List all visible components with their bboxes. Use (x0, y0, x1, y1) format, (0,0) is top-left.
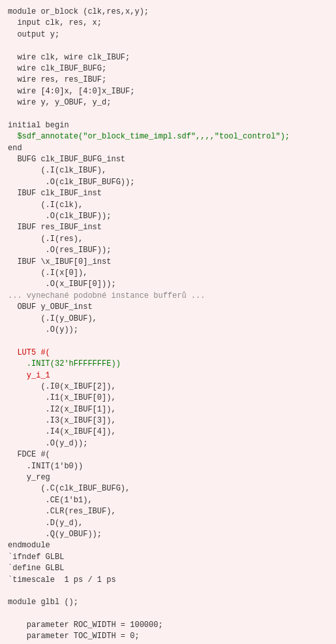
code-container: module or_block (clk,res,x,y); input clk… (0, 0, 336, 644)
